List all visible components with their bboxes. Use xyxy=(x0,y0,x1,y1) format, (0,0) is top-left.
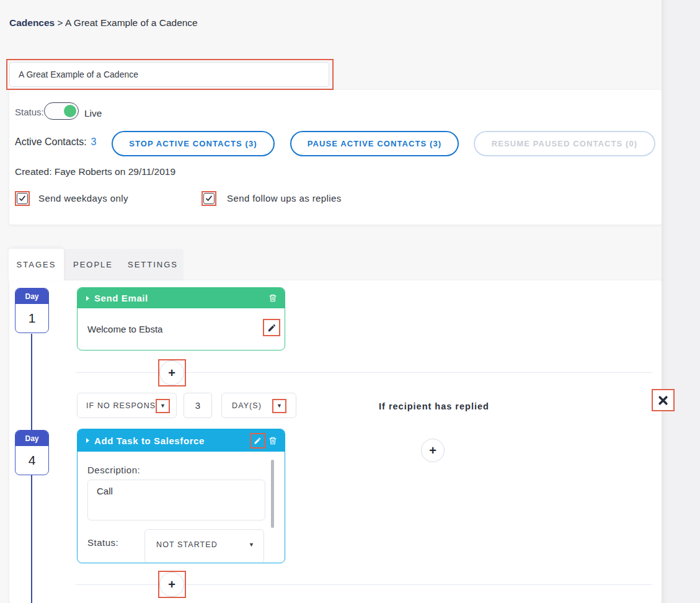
delay-unit-value: DAY(S) xyxy=(232,401,262,410)
delete-stage-button[interactable] xyxy=(268,436,277,445)
status-toggle[interactable] xyxy=(44,102,79,120)
toggle-knob xyxy=(64,105,76,117)
breadcrumb-separator: > xyxy=(58,17,63,28)
add-stage-highlight xyxy=(158,571,186,598)
day-label: Day xyxy=(16,431,48,446)
add-task-card-header[interactable]: Add Task to Salesforce xyxy=(78,429,285,452)
close-icon xyxy=(658,395,668,406)
task-status-label: Status: xyxy=(87,537,118,548)
remove-branch-button[interactable] xyxy=(652,389,675,411)
send-weekdays-only-checkbox[interactable] xyxy=(17,193,28,204)
created-line: Created: Faye Roberts on 29/11/2019 xyxy=(15,166,175,177)
day-4-badge: Day 4 xyxy=(15,430,49,475)
chevron-down-icon: ▼ xyxy=(249,542,255,548)
weekdays-checkbox-highlight xyxy=(15,191,30,206)
add-task-card: Add Task to Salesforce Description: Call… xyxy=(77,429,285,563)
day-number: 4 xyxy=(16,446,48,475)
tab-settings-label: SETTINGS xyxy=(128,260,178,269)
tab-settings[interactable]: SETTINGS xyxy=(122,249,184,280)
tab-people[interactable]: PEOPLE xyxy=(64,249,122,280)
caret-right-icon xyxy=(86,296,89,301)
resume-paused-contacts-button: RESUME PAUSED CONTACTS (0) xyxy=(474,131,655,156)
active-contacts-label: Active Contacts: xyxy=(15,136,87,148)
card-scrollbar[interactable] xyxy=(271,460,274,528)
delay-days-input[interactable] xyxy=(184,393,212,418)
day-1-badge: Day 1 xyxy=(15,288,49,333)
send-follow-ups-checkbox[interactable] xyxy=(203,193,215,204)
pencil-icon xyxy=(267,323,277,333)
status-value: Live xyxy=(84,108,102,119)
send-weekdays-only-label: Send weekdays only xyxy=(38,193,128,203)
followups-checkbox-highlight xyxy=(202,191,216,206)
timeline-connector xyxy=(31,475,32,603)
response-condition-value: IF NO RESPONSE xyxy=(86,401,162,410)
right-gutter xyxy=(662,0,700,603)
send-email-card-header[interactable]: Send Email xyxy=(78,288,285,308)
check-icon xyxy=(19,195,26,202)
add-stage-highlight xyxy=(158,359,186,386)
edit-email-button[interactable] xyxy=(263,319,280,336)
timeline-connector xyxy=(31,334,32,431)
trash-icon xyxy=(268,436,277,445)
send-email-title: Send Email xyxy=(94,293,148,303)
add-task-title: Add Task to Salesforce xyxy=(94,436,205,446)
send-follow-ups-label: Send follow ups as replies xyxy=(227,193,342,203)
pause-active-contacts-button[interactable]: PAUSE ACTIVE CONTACTS (3) xyxy=(290,131,459,156)
caret-right-icon xyxy=(86,438,89,443)
trash-icon xyxy=(268,293,277,303)
task-description-textarea[interactable]: Call xyxy=(87,480,265,520)
stop-active-contacts-button[interactable]: STOP ACTIVE CONTACTS (3) xyxy=(112,131,275,156)
tab-people-label: PEOPLE xyxy=(73,260,113,269)
status-label: Status: xyxy=(15,107,44,117)
breadcrumb: Cadences > A Great Example of a Cadence xyxy=(9,17,198,29)
description-label: Description: xyxy=(87,465,140,475)
task-status-value: NOT STARTED xyxy=(156,540,218,549)
active-contacts-row: Active Contacts: 3 xyxy=(15,136,97,148)
add-branch-step-button[interactable]: + xyxy=(421,439,445,462)
breadcrumb-cadences-link[interactable]: Cadences xyxy=(9,17,55,28)
email-summary: Welcome to Ebsta xyxy=(87,324,162,334)
chevron-down-icon: ▼ xyxy=(277,403,282,409)
response-condition-dropdown-button[interactable]: ▼ xyxy=(156,399,170,413)
check-icon xyxy=(205,195,213,202)
day-label: Day xyxy=(16,288,48,304)
delete-stage-button[interactable] xyxy=(268,293,277,303)
breadcrumb-current: A Great Example of a Cadence xyxy=(65,17,198,28)
replied-branch-label: If recipient has replied xyxy=(379,401,489,411)
plus-icon: + xyxy=(429,444,436,458)
cadence-name-input[interactable] xyxy=(9,62,329,87)
day-number: 1 xyxy=(16,304,48,333)
task-status-select[interactable]: NOT STARTED ▼ xyxy=(144,529,264,563)
edit-task-button[interactable] xyxy=(250,433,265,449)
pencil-icon xyxy=(254,437,262,445)
tab-stages-label: STAGES xyxy=(17,260,56,269)
active-contacts-count: 3 xyxy=(91,136,97,148)
send-email-card: Send Email Welcome to Ebsta xyxy=(77,287,285,351)
tab-stages[interactable]: STAGES xyxy=(9,249,64,280)
cadence-editor-page: Cadences > A Great Example of a Cadence … xyxy=(0,0,700,603)
chevron-down-icon: ▼ xyxy=(160,403,166,409)
delay-unit-dropdown-button[interactable]: ▼ xyxy=(272,399,286,413)
cadence-summary-panel xyxy=(9,90,662,225)
